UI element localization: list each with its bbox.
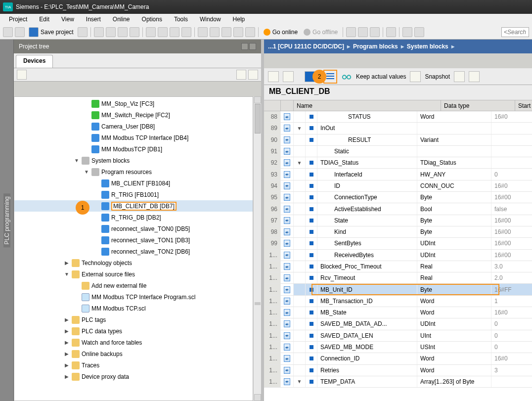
undo-dropdown-icon[interactable] <box>158 27 168 37</box>
row-expand-icon[interactable]: ▼ <box>294 376 306 387</box>
cell-type[interactable]: Real <box>417 272 491 283</box>
table-row[interactable]: 1...◂▪ReceivedBytesUDInt16#00 <box>264 250 532 261</box>
cell-startvalue[interactable]: 16#0 <box>491 307 532 318</box>
tree-item[interactable]: MM Modbus TCP Interface Program.scl <box>14 291 253 303</box>
layout-left-icon[interactable] <box>402 27 412 37</box>
table-row[interactable]: 1...◂▪Rcv_TimeoutReal2.0 <box>264 272 532 284</box>
breadcrumb-item[interactable]: Program blocks <box>353 43 398 50</box>
rebuild2-icon[interactable] <box>283 71 294 82</box>
menu-tools[interactable]: Tools <box>169 15 193 24</box>
cell-name[interactable]: TEMP_DATA <box>317 376 417 387</box>
tree-item[interactable]: ▶PLC data types <box>14 325 253 337</box>
sim-icon[interactable] <box>233 27 243 37</box>
cell-startvalue[interactable]: 0 <box>491 318 532 329</box>
start-icon[interactable] <box>245 27 255 37</box>
cell-type[interactable] <box>417 123 491 134</box>
cell-name[interactable]: Retries <box>317 365 417 376</box>
cell-name[interactable]: Kind <box>317 226 417 237</box>
cell-startvalue[interactable]: 0 <box>491 342 532 353</box>
devices-tab[interactable]: Devices <box>16 55 53 68</box>
cell-type[interactable]: UDInt <box>417 250 491 261</box>
table-row[interactable]: 95◂▪ConnectionTypeByte16#00 <box>264 192 532 203</box>
side-tab-plc-programming[interactable]: PLC programming <box>0 40 14 401</box>
tree-item[interactable]: MM Modbus TCP.scl <box>14 303 253 314</box>
cell-startvalue[interactable] <box>491 376 532 387</box>
col-name[interactable]: Name <box>294 100 441 111</box>
tree-item[interactable]: ▶Online backups <box>14 348 253 359</box>
table-row[interactable]: 1...◂▪SAVED_MB_MODEUSInt0 <box>264 342 532 353</box>
collapse-icon[interactable] <box>249 43 256 50</box>
cell-name[interactable]: SAVED_MB_DATA_AD... <box>317 318 417 329</box>
search-box[interactable] <box>501 27 529 37</box>
cell-startvalue[interactable] <box>491 157 532 168</box>
breadcrumb-item[interactable]: System blocks <box>407 43 448 50</box>
cell-startvalue[interactable]: 16#0 <box>491 180 532 191</box>
cell-type[interactable]: Word <box>417 365 491 376</box>
cell-type[interactable]: UDInt <box>417 318 491 329</box>
cell-type[interactable]: Byte <box>417 192 491 203</box>
breadcrumb-item[interactable]: ...1 [CPU 1211C DC/DC/DC] <box>268 43 344 50</box>
rebuild-icon[interactable] <box>268 71 279 82</box>
go-online-button[interactable]: Go online <box>262 29 300 36</box>
table-row[interactable]: 1...◂▪SAVED_MB_DATA_AD...UDInt0 <box>264 318 532 330</box>
tree-item[interactable]: reconnect_slave_TON2 [DB6] <box>14 246 253 257</box>
cell-name[interactable]: ReceivedBytes <box>317 250 417 261</box>
tree-item[interactable]: MM ModbusTCP [DB1] <box>14 143 253 155</box>
tree-item[interactable]: R_TRIG [FB1001] <box>14 189 253 200</box>
tree-item[interactable]: MM Modbus TCP Interface [DB4] <box>14 132 253 143</box>
table-row[interactable]: 1...◂▪Connection_IDWord16#0 <box>264 353 532 364</box>
tree-item[interactable]: MB_CLIENT [FB1084] <box>14 178 253 189</box>
cell-name[interactable]: MB_State <box>317 307 417 318</box>
open-icon[interactable] <box>15 27 25 37</box>
tree-item[interactable]: MM_Switch_Recipe [FC2] <box>14 109 253 121</box>
table-row[interactable]: 1...◂▪Blocked_Proc_TimeoutReal3.0 <box>264 261 532 272</box>
table-row[interactable]: 97◂▪StateByte16#00 <box>264 215 532 226</box>
col-type[interactable]: Data type <box>441 100 515 111</box>
col-startvalue[interactable]: Start value <box>515 100 532 111</box>
menu-edit[interactable]: Edit <box>34 15 54 24</box>
cell-type[interactable]: Word <box>417 296 491 307</box>
list-view-icon[interactable] <box>248 70 258 80</box>
menu-insert[interactable]: Insert <box>81 15 106 24</box>
cell-startvalue[interactable]: 16#0 <box>491 111 532 122</box>
cell-name[interactable]: Static <box>317 146 417 157</box>
upload-icon[interactable] <box>210 27 220 37</box>
cell-type[interactable]: Word <box>417 307 491 318</box>
delete-icon[interactable] <box>130 27 139 37</box>
expand-toggle-icon[interactable]: ▶ <box>64 362 70 368</box>
new-project-icon[interactable] <box>3 27 13 37</box>
tree-item[interactable]: reconnect_slave_TON0 [DB5] <box>14 223 253 234</box>
cell-type[interactable]: TDiag_Status <box>417 157 491 168</box>
tree-item[interactable]: ▼External source files <box>14 268 253 280</box>
table-row[interactable]: 98◂▪KindByte16#00 <box>264 226 532 238</box>
tree-item[interactable]: MB_CLIENT_DB [DB7] <box>14 200 253 212</box>
cell-name[interactable]: MB_Transaction_ID <box>317 296 417 307</box>
cell-startvalue[interactable]: 16#00 <box>491 192 532 203</box>
tree-item[interactable]: Add new external file <box>14 280 253 291</box>
paste-icon[interactable] <box>118 27 128 37</box>
table-row[interactable]: 94◂▪IDCONN_OUC16#0 <box>264 180 532 192</box>
cell-type[interactable]: Variant <box>417 134 491 145</box>
table-row[interactable]: 91◂▪Static <box>264 146 532 157</box>
table-row[interactable]: 93◂▪InterfaceIdHW_ANY0 <box>264 169 532 180</box>
tree-item[interactable]: R_TRIG_DB [DB2] <box>14 212 253 223</box>
cell-name[interactable]: ActiveEstablished <box>317 203 417 214</box>
cross-ref-icon[interactable] <box>386 27 396 37</box>
menu-online[interactable]: Online <box>108 15 135 24</box>
layout-right-icon[interactable] <box>414 27 424 37</box>
cell-name[interactable]: SentBytes <box>317 238 417 249</box>
cell-type[interactable] <box>417 146 491 157</box>
cell-name[interactable]: Rcv_Timeout <box>317 272 417 283</box>
cell-startvalue[interactable]: 1 <box>491 296 532 307</box>
cell-type[interactable]: Array[1..263] of Byte <box>417 376 491 387</box>
cell-startvalue[interactable]: 3 <box>491 365 532 376</box>
cell-startvalue[interactable] <box>491 134 532 145</box>
table-row[interactable]: 1...◂▪SAVED_DATA_LENUInt0 <box>264 330 532 342</box>
cell-name[interactable]: Blocked_Proc_Timeout <box>317 261 417 272</box>
cell-type[interactable]: Byte <box>417 215 491 226</box>
cell-type[interactable]: Bool <box>417 203 491 214</box>
cell-name[interactable]: InOut <box>317 123 417 134</box>
cell-name[interactable]: State <box>317 215 417 226</box>
project-tree[interactable]: 1 MM_Stop_Viz [FC3]MM_Switch_Recipe [FC2… <box>14 96 253 401</box>
cell-name[interactable]: ID <box>317 180 417 191</box>
